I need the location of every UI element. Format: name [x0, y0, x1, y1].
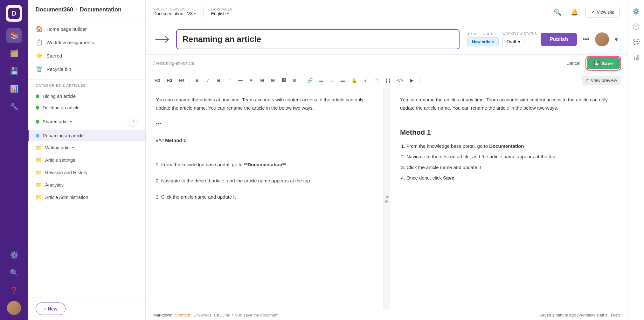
sidebar-nav: 🏠 Home page builder 📋 Workflow assignmen…: [28, 18, 145, 80]
toolbar-link[interactable]: 🔗: [305, 76, 315, 85]
editor-pane[interactable]: You can rename the articles at any time.…: [146, 88, 384, 310]
cancel-button[interactable]: Cancel: [564, 59, 583, 67]
preview-icon: ◻: [586, 78, 590, 83]
nav-icon-analytics[interactable]: 📊: [6, 81, 22, 97]
article-item-hiding[interactable]: Hiding an article: [28, 91, 145, 102]
article-item-renaming[interactable]: Renaming an article: [28, 130, 145, 141]
search-icon[interactable]: 🔍: [552, 6, 564, 18]
collapse-button[interactable]: 《: [128, 117, 138, 127]
status-dot: [36, 94, 39, 98]
toolbar-divider: [419, 77, 419, 84]
toolbar-ol[interactable]: ⊟: [257, 76, 267, 85]
languages-label: LANGUAGES: [211, 8, 232, 11]
article-item-writing[interactable]: 📁 Writing articles: [28, 141, 145, 154]
nav-icon-settings[interactable]: ⚙️: [6, 248, 22, 263]
preview-step-2: Navigate to the desired article, and the…: [406, 153, 617, 161]
article-title: Article Administration: [45, 195, 88, 200]
toolbar-bold[interactable]: B: [192, 76, 202, 85]
article-item-deleting[interactable]: Deleting an article: [28, 102, 145, 113]
chevron-down-icon[interactable]: ▾: [613, 34, 620, 45]
version-selector[interactable]: PROJECT VERSION Documentation - V3 ▾: [153, 8, 196, 16]
user-avatar-sidebar[interactable]: [7, 301, 21, 315]
status-dot: [36, 120, 39, 124]
svg-text:D: D: [12, 10, 16, 17]
status-shortcut[interactable]: Shortcut: [175, 313, 190, 317]
toolbar-quote[interactable]: ": [225, 76, 234, 85]
editor-header-actions: ARTICLE STATUS New article WORKFLOW STAT…: [467, 32, 620, 46]
right-panel-settings[interactable]: ⚙️: [630, 5, 642, 18]
toolbar-image[interactable]: 🖼: [279, 76, 288, 85]
notification-icon[interactable]: 🔔: [569, 6, 580, 18]
article-item-revision[interactable]: 📁 Revision and History: [28, 166, 145, 179]
preview-step-1: From the knowledge base portal, go to Do…: [406, 142, 617, 150]
nav-icon-tools[interactable]: 🔧: [6, 99, 22, 114]
toolbar-template[interactable]: 📄: [371, 76, 382, 85]
article-title: Deleting an article: [43, 105, 80, 110]
article-item-admin[interactable]: 📁 Article Administration: [28, 191, 145, 203]
article-item-shared[interactable]: Shared articles 《: [28, 113, 145, 130]
version-label: PROJECT VERSION: [153, 8, 196, 11]
sidebar-item-home-page-builder[interactable]: 🏠 Home page builder: [28, 22, 145, 36]
new-article-button[interactable]: + New: [36, 303, 66, 315]
breadcrumb: Document360 / Documentation: [36, 6, 138, 13]
toolbar-embed[interactable]: ⊡: [290, 76, 299, 85]
folder-icon: 📁: [36, 182, 42, 188]
preview-step-4: Once done, click Save: [406, 174, 617, 182]
language-selector[interactable]: LANGUAGES English ▾: [211, 8, 232, 16]
toolbar-strikethrough[interactable]: S: [214, 76, 224, 85]
toolbar-code-block[interactable]: { }: [383, 76, 393, 85]
top-bar: PROJECT VERSION Documentation - V3 ▾ LAN…: [146, 0, 627, 24]
editor-step2: 2. Navigate to the desired article, and …: [156, 177, 373, 185]
divider: [203, 7, 204, 17]
breadcrumb-part1[interactable]: Document360: [36, 6, 73, 13]
breadcrumb-separator: /: [76, 6, 77, 13]
toolbar-h2[interactable]: H2: [152, 76, 163, 85]
toolbar-h4[interactable]: H4: [176, 76, 187, 85]
sidebar-item-recycle-bin[interactable]: 🗑️ Recycle bin: [28, 62, 145, 76]
toolbar-color2[interactable]: ▬: [327, 76, 337, 85]
sidebar-item-label: Starred: [46, 53, 62, 58]
sidebar-item-starred[interactable]: ⭐ Starred: [28, 49, 145, 62]
article-title-input[interactable]: [176, 29, 460, 49]
workflow-status-dropdown[interactable]: Draft ▾: [502, 37, 524, 46]
toolbar-source[interactable]: </>: [394, 76, 406, 85]
toolbar-color3[interactable]: ▬: [338, 76, 348, 85]
toolbar-italic[interactable]: I: [203, 76, 213, 85]
breadcrumb-part2[interactable]: Documentation: [80, 6, 121, 13]
nav-icon-library[interactable]: 📚: [6, 28, 22, 43]
right-panel-analytics[interactable]: 📊: [630, 51, 642, 64]
publish-button[interactable]: Publish: [541, 33, 577, 46]
article-item-analytics[interactable]: 📁 Analytics: [28, 179, 145, 191]
user-avatar-header[interactable]: [595, 32, 609, 46]
article-title: Revision and History: [45, 170, 87, 175]
toolbar-h3[interactable]: H3: [164, 76, 175, 85]
language-value: English ▾: [211, 11, 232, 16]
app-logo[interactable]: D: [6, 5, 22, 22]
right-panel-history[interactable]: 🕐: [630, 20, 642, 33]
article-item-settings[interactable]: 📁 Article settings: [28, 154, 145, 166]
toolbar-video[interactable]: ▶: [407, 76, 417, 85]
view-preview-button[interactable]: ◻ View preview: [582, 76, 621, 85]
nav-icon-files[interactable]: 🗂️: [6, 46, 22, 61]
sidebar-item-label: Home page builder: [46, 26, 87, 32]
preview-intro: You can rename the articles at any time.…: [400, 96, 617, 112]
toolbar-ul[interactable]: ≡: [246, 76, 256, 85]
toolbar-table[interactable]: ⊞: [268, 76, 278, 85]
save-button[interactable]: 💾 Save: [587, 57, 620, 69]
nav-icon-search[interactable]: 🔍: [6, 265, 22, 281]
view-site-button[interactable]: ↗ View site: [585, 7, 620, 17]
right-panel-comments[interactable]: 💬: [630, 36, 642, 48]
toolbar-color1[interactable]: ▬: [316, 76, 326, 85]
more-options-icon[interactable]: •••: [581, 34, 591, 45]
sidebar-item-workflow[interactable]: 📋 Workflow assignments: [28, 36, 145, 49]
nav-icon-save[interactable]: 💾: [6, 64, 22, 79]
toolbar-math[interactable]: √: [361, 76, 370, 85]
preview-method1-heading: Method 1: [400, 126, 617, 138]
toolbar-lock[interactable]: 🔒: [349, 76, 359, 85]
nav-icon-help[interactable]: ❓: [6, 283, 22, 298]
status-dot: [36, 106, 39, 110]
toolbar-hr[interactable]: —: [236, 76, 245, 85]
editor-step3: 3. Click the article name and update it: [156, 193, 373, 201]
chevron-down-icon: ▾: [194, 12, 196, 16]
editor-content: You can rename the articles at any time.…: [156, 96, 373, 112]
